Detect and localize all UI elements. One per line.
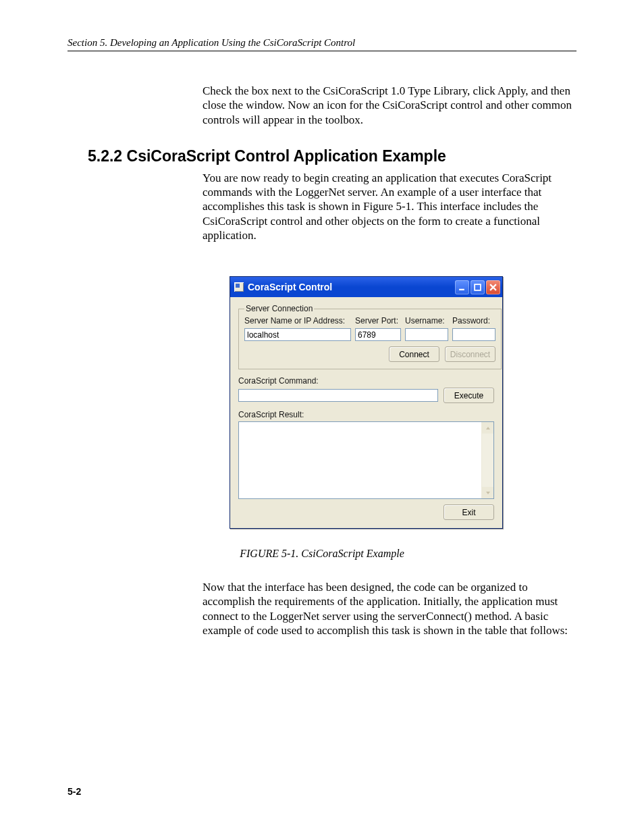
command-label: CoraScript Command: (238, 376, 494, 386)
server-input[interactable] (244, 328, 351, 341)
intro-paragraph: Check the box next to the CsiCoraScript … (203, 84, 576, 127)
titlebar[interactable]: CoraScript Control (230, 277, 502, 297)
app-window: CoraScript Control Server Connection Ser… (230, 276, 503, 529)
svg-rect-0 (459, 288, 464, 290)
maximize-icon (474, 284, 481, 291)
section-heading: 5.2.2 CsiCoraScript Control Application … (88, 147, 576, 165)
close-button[interactable] (486, 280, 500, 294)
closing-paragraph: Now that the interface has been designed… (203, 580, 576, 637)
password-input[interactable] (452, 328, 495, 341)
server-connection-group: Server Connection Server Name or IP Addr… (238, 304, 502, 369)
minimize-icon (458, 284, 466, 291)
app-icon (234, 282, 244, 292)
figure-caption: FIGURE 5-1. CsiCoraScript Example (68, 548, 576, 560)
execute-button[interactable]: Execute (444, 388, 494, 403)
port-label: Server Port: (355, 316, 401, 325)
disconnect-button[interactable]: Disconnect (445, 346, 495, 362)
figure-window: CoraScript Control Server Connection Ser… (230, 276, 503, 529)
scrollbar[interactable] (481, 422, 493, 498)
svg-rect-1 (475, 284, 481, 290)
section-paragraph: You are now ready to begin creating an a… (203, 171, 576, 242)
port-input[interactable] (355, 328, 401, 341)
server-label: Server Name or IP Address: (244, 316, 351, 325)
username-label: Username: (405, 316, 448, 325)
close-icon (489, 284, 497, 291)
chevron-up-icon (485, 425, 491, 431)
scroll-up-button[interactable] (482, 422, 493, 434)
connect-button[interactable]: Connect (389, 346, 439, 362)
scroll-down-button[interactable] (482, 487, 493, 498)
group-legend: Server Connection (244, 304, 314, 313)
maximize-button[interactable] (471, 280, 485, 294)
password-label: Password: (452, 316, 495, 325)
username-input[interactable] (405, 328, 448, 341)
result-label: CoraScript Result: (238, 410, 494, 419)
exit-button[interactable]: Exit (444, 504, 494, 520)
page-number: 5-2 (68, 786, 81, 797)
result-textarea[interactable] (238, 421, 494, 499)
page-header: Section 5. Developing an Application Usi… (68, 37, 576, 51)
chevron-down-icon (485, 490, 491, 496)
minimize-button[interactable] (455, 280, 469, 294)
command-input[interactable] (238, 389, 438, 402)
window-title: CoraScript Control (248, 282, 454, 292)
